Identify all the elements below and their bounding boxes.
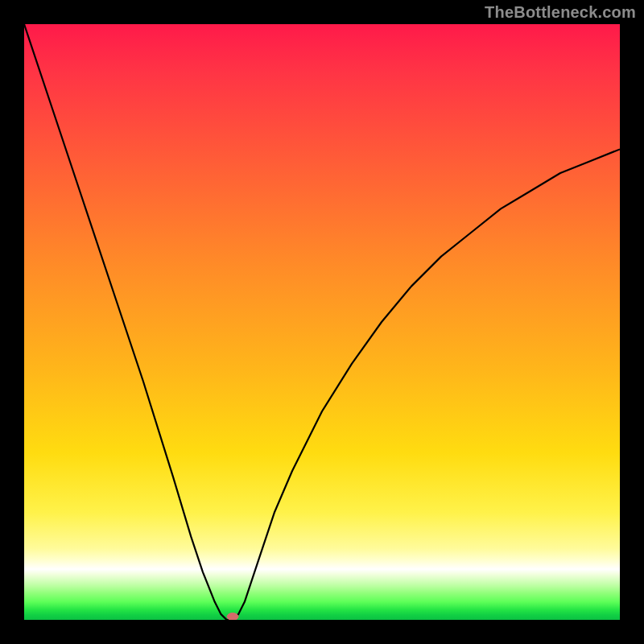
plot-area: [24, 24, 620, 620]
chart-stage: TheBottleneck.com: [0, 0, 644, 644]
curve-layer: [24, 24, 620, 620]
bottleneck-curve: [24, 24, 620, 620]
watermark-text: TheBottleneck.com: [485, 3, 636, 22]
optimal-marker: [227, 613, 238, 621]
